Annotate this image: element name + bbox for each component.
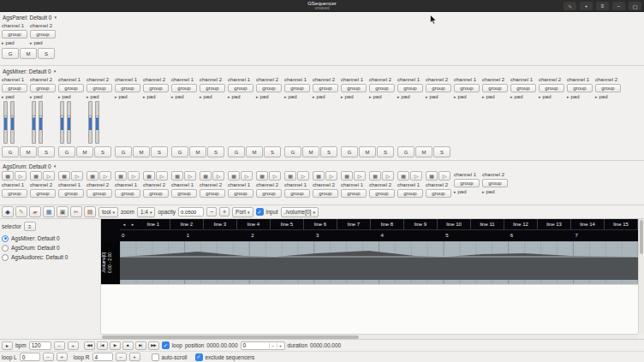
pad-expander[interactable]: ▸pad <box>454 93 467 100</box>
open-matrix-icon[interactable]: ▦ <box>2 171 14 181</box>
play-pad-icon[interactable]: ▷ <box>15 171 27 181</box>
pad-expander[interactable]: ▸pad <box>595 93 608 100</box>
loop-left-minus-button[interactable]: − <box>43 353 54 361</box>
fader-handle[interactable] <box>67 116 71 118</box>
open-matrix-icon[interactable]: ▦ <box>30 171 42 181</box>
bpm-plus-button[interactable]: + <box>68 341 79 350</box>
pencil-icon[interactable]: ✎ <box>15 206 27 217</box>
cut-icon[interactable]: ✂ <box>70 206 82 217</box>
fader-handle[interactable] <box>32 116 36 118</box>
m-toggle-button[interactable]: M <box>246 146 263 157</box>
play-pad-icon[interactable]: ▷ <box>297 171 309 181</box>
zoom-combo[interactable]: 1:4 ▾ <box>137 207 156 217</box>
volume-fader[interactable] <box>88 101 92 144</box>
group-button[interactable]: group <box>426 189 451 198</box>
group-button[interactable]: group <box>595 84 621 92</box>
line-tab[interactable]: line 1 <box>137 219 170 229</box>
select-icon[interactable]: ▦ <box>43 206 55 217</box>
pad-expander[interactable]: ▸pad <box>454 188 467 195</box>
volume-fader[interactable] <box>60 101 64 144</box>
pad-expander[interactable]: ▸pad <box>482 188 495 195</box>
play-pad-icon[interactable]: ▷ <box>241 171 253 181</box>
pad-expander[interactable]: ▸pad <box>143 93 156 100</box>
pad-expander[interactable]: ▸pad <box>369 93 382 100</box>
paste-icon[interactable]: ▤ <box>84 206 96 217</box>
open-matrix-icon[interactable]: ▦ <box>58 171 70 181</box>
s-toggle-button[interactable]: S <box>38 146 55 157</box>
line-tab[interactable]: line 13 <box>538 219 571 229</box>
tool-menu-button[interactable]: tool ▾ <box>98 207 118 217</box>
group-button[interactable]: group <box>143 84 169 92</box>
m-toggle-button[interactable]: M <box>189 146 206 157</box>
open-matrix-icon[interactable]: ▦ <box>200 171 212 181</box>
group-button[interactable]: group <box>200 189 225 198</box>
g-toggle-button[interactable]: G <box>284 146 301 157</box>
play-pad-icon[interactable]: ▷ <box>354 171 366 181</box>
volume-fader[interactable] <box>10 101 15 144</box>
open-matrix-icon[interactable]: ▦ <box>228 171 240 181</box>
pad-expander[interactable]: ▸pad <box>228 93 241 100</box>
s-toggle-button[interactable]: S <box>264 146 281 157</box>
pad-expander[interactable]: ▸pad <box>30 39 43 46</box>
group-button[interactable]: group <box>454 84 480 92</box>
pad-expander[interactable]: ▸pad <box>200 93 212 100</box>
position-spinbutton[interactable]: 0 − + <box>241 341 285 350</box>
line-tab[interactable]: line 2 <box>170 219 204 229</box>
open-matrix-icon[interactable]: ▦ <box>256 171 268 181</box>
stop-icon[interactable]: ■ <box>122 341 134 350</box>
volume-fader[interactable] <box>95 101 99 144</box>
line-tab[interactable]: line 12 <box>504 219 538 229</box>
m-toggle-button[interactable]: M <box>415 146 432 157</box>
pad-expander[interactable]: ▸pad <box>313 93 325 100</box>
group-button[interactable]: group <box>256 189 282 198</box>
open-matrix-icon[interactable]: ▦ <box>86 171 98 181</box>
exclude-sequencers-checkbox[interactable]: ✓ <box>195 353 203 361</box>
panel-header-menu[interactable]: AgsPanel: Default 0 ▾ <box>3 13 57 21</box>
pad-expander[interactable]: ▸pad <box>256 93 269 100</box>
group-button[interactable]: group <box>397 189 423 198</box>
pad-expander[interactable]: ▸pad <box>115 93 128 100</box>
play-pad-icon[interactable]: ▷ <box>410 171 422 181</box>
minimize-icon[interactable]: − <box>612 2 625 10</box>
line-tab[interactable]: line 7 <box>337 219 371 229</box>
scroll-left-icon[interactable]: ◂ <box>123 222 126 227</box>
edit-icon[interactable]: ✎ <box>564 2 576 10</box>
opacity-minus-button[interactable]: − <box>206 207 217 217</box>
rewind-icon[interactable]: ◀◀ <box>84 341 95 350</box>
g-toggle-button[interactable]: G <box>171 146 188 157</box>
loop-left-plus-button[interactable]: + <box>57 353 68 361</box>
automation-lane[interactable] <box>120 241 638 284</box>
m-toggle-button[interactable]: M <box>302 146 319 157</box>
group-button[interactable]: group <box>200 84 225 92</box>
add-icon[interactable]: + <box>580 2 593 10</box>
pad-expander[interactable]: ▸pad <box>567 93 580 100</box>
line-tab[interactable]: line 15 <box>605 219 638 229</box>
navigation-expander-button[interactable]: ▸ <box>2 341 13 350</box>
port-menu-button[interactable]: Port ▾ <box>232 207 253 217</box>
group-button[interactable]: group <box>539 84 564 92</box>
open-matrix-icon[interactable]: ▦ <box>284 171 296 181</box>
port-value-combo[interactable]: ./volume[0] ▾ <box>281 207 319 217</box>
bpm-minus-button[interactable]: − <box>54 341 65 350</box>
group-button[interactable]: group <box>426 84 451 92</box>
group-button[interactable]: group <box>369 84 395 92</box>
eraser-icon[interactable]: ▰ <box>29 206 41 217</box>
automation-curve[interactable] <box>120 241 638 284</box>
pad-expander[interactable]: ▸pad <box>284 93 297 100</box>
pad-expander[interactable]: ▸pad <box>397 93 410 100</box>
pad-expander[interactable]: ▸pad <box>510 93 523 100</box>
play-pad-icon[interactable]: ▷ <box>325 171 337 181</box>
pad-expander[interactable]: ▸pad <box>2 93 15 100</box>
pad-expander[interactable]: ▸pad <box>539 93 552 100</box>
group-button[interactable]: group <box>397 84 423 92</box>
copy-icon[interactable]: ▣ <box>57 206 69 217</box>
fader-handle[interactable] <box>10 116 15 118</box>
g-toggle-button[interactable]: G <box>228 146 245 157</box>
group-button[interactable]: group <box>369 189 395 198</box>
group-button[interactable]: group <box>143 189 169 198</box>
play-pad-icon[interactable]: ▷ <box>99 171 111 181</box>
input-checkbox[interactable]: ✓ <box>256 208 264 216</box>
radio-button[interactable] <box>2 245 9 252</box>
volume-fader[interactable] <box>67 101 71 144</box>
s-toggle-button[interactable]: S <box>151 146 168 157</box>
